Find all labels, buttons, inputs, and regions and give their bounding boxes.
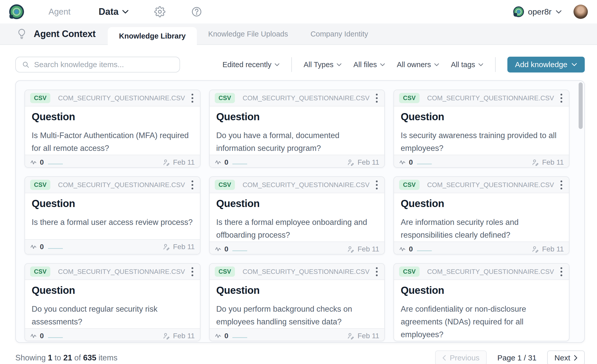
card-title: Question [401, 198, 562, 209]
card-menu-button[interactable] [559, 265, 564, 278]
card-date: Feb 11 [173, 332, 195, 340]
card-footer: 0 Feb 11 [210, 328, 385, 341]
file-type-badge: CSV [30, 180, 50, 190]
file-type-badge: CSV [215, 266, 235, 277]
user-edit-icon [347, 159, 354, 166]
chevron-down-icon [380, 63, 385, 66]
card-question-text: Is Multi-Factor Authentication (MFA) req… [32, 129, 193, 155]
card-menu-button[interactable] [190, 92, 195, 105]
lightbulb-icon [17, 28, 27, 40]
filter-files-dropdown[interactable]: All files [353, 60, 385, 69]
activity-icon [399, 159, 406, 166]
card-filename: COM_SECURITY_QUESTIONNAIRE.CSV [243, 181, 374, 189]
search-icon [22, 60, 29, 69]
card-question-text: Are confidentiality or non-disclosure ag… [401, 303, 562, 341]
user-edit-icon [162, 243, 170, 251]
usage-count: 0 [224, 158, 229, 166]
mini-sparkline [48, 245, 63, 249]
card-menu-button[interactable] [559, 92, 564, 105]
add-knowledge-button[interactable]: Add knowledge [507, 57, 585, 72]
usage-count: 0 [409, 158, 413, 166]
usage-count: 0 [40, 158, 44, 166]
card-question-text: Are information security roles and respo… [401, 216, 562, 241]
tab-knowledge-library[interactable]: Knowledge Library [108, 27, 197, 45]
knowledge-card[interactable]: CSV COM_SECURITY_QUESTIONNAIRE.CSV Quest… [209, 263, 385, 341]
card-title: Question [401, 111, 562, 123]
knowledge-card[interactable]: CSV COM_SECURITY_QUESTIONNAIRE.CSV Quest… [25, 263, 200, 341]
card-footer: 0 Feb 11 [394, 241, 569, 254]
search-input[interactable] [34, 60, 173, 69]
showing-summary: Showing 1 to 21 of 635 items [15, 353, 117, 362]
org-name: oper8r [528, 7, 552, 17]
usage-count: 0 [40, 243, 44, 251]
chevron-down-icon [571, 63, 577, 66]
card-date: Feb 11 [542, 158, 564, 166]
card-title: Question [401, 285, 562, 296]
card-question-text: Is there a formal employee onboarding an… [216, 216, 378, 241]
knowledge-card[interactable]: CSV COM_SECURITY_QUESTIONNAIRE.CSV Quest… [209, 176, 385, 254]
card-menu-button[interactable] [190, 265, 195, 278]
next-page-button[interactable]: Next [547, 350, 585, 364]
knowledge-card[interactable]: CSV COM_SECURITY_QUESTIONNAIRE.CSV Quest… [25, 90, 200, 168]
knowledge-card[interactable]: CSV COM_SECURITY_QUESTIONNAIRE.CSV Quest… [209, 90, 385, 168]
previous-page-button[interactable]: Previous [435, 350, 487, 364]
sort-dropdown[interactable]: Edited recently [222, 60, 280, 69]
knowledge-card[interactable]: CSV COM_SECURITY_QUESTIONNAIRE.CSV Quest… [393, 263, 569, 341]
knowledge-card-board: CSV COM_SECURITY_QUESTIONNAIRE.CSV Quest… [15, 80, 585, 343]
mini-sparkline [232, 247, 247, 251]
pagination: Previous Page 1 / 31 Next [435, 350, 585, 364]
chevron-down-icon [434, 63, 439, 66]
filter-tags-dropdown[interactable]: All tags [451, 60, 483, 69]
user-edit-icon [531, 159, 539, 166]
scrollbar-thumb[interactable] [579, 82, 583, 129]
app-logo-icon[interactable] [9, 4, 24, 19]
filter-types-dropdown[interactable]: All Types [304, 60, 342, 69]
card-body: Question Are confidentiality or non-disc… [394, 280, 569, 341]
usage-count: 0 [40, 332, 44, 340]
usage-count: 0 [409, 245, 413, 253]
card-grid: CSV COM_SECURITY_QUESTIONNAIRE.CSV Quest… [25, 90, 569, 341]
page-indicator: Page 1 / 31 [497, 354, 536, 362]
chevron-down-icon [478, 63, 483, 66]
card-body: Question Is security awareness training … [394, 106, 569, 155]
knowledge-card[interactable]: CSV COM_SECURITY_QUESTIONNAIRE.CSV Quest… [393, 90, 569, 168]
card-filename: COM_SECURITY_QUESTIONNAIRE.CSV [243, 94, 374, 102]
card-menu-button[interactable] [374, 178, 379, 191]
card-header: CSV COM_SECURITY_QUESTIONNAIRE.CSV [394, 90, 569, 106]
scrollbar-track[interactable] [579, 82, 583, 341]
card-filename: COM_SECURITY_QUESTIONNAIRE.CSV [427, 94, 559, 102]
tab-knowledge-file-uploads[interactable]: Knowledge File Uploads [197, 23, 299, 44]
filter-owners-dropdown[interactable]: All owners [397, 60, 439, 69]
showing-to: 21 [63, 353, 72, 362]
card-date: Feb 11 [357, 332, 379, 340]
search-box[interactable] [15, 57, 180, 72]
card-footer: 0 Feb 11 [25, 239, 200, 254]
knowledge-card[interactable]: CSV COM_SECURITY_QUESTIONNAIRE.CSV Quest… [25, 176, 200, 254]
nav-data-menu[interactable]: Data [99, 6, 129, 17]
knowledge-card[interactable]: CSV COM_SECURITY_QUESTIONNAIRE.CSV Quest… [393, 176, 569, 254]
showing-from: 1 [48, 353, 52, 362]
card-header: CSV COM_SECURITY_QUESTIONNAIRE.CSV [210, 90, 385, 106]
card-menu-button[interactable] [559, 178, 564, 191]
card-footer: 0 Feb 11 [210, 155, 385, 168]
card-question-text: Is there a formal user access review pro… [32, 216, 193, 229]
card-menu-button[interactable] [190, 178, 195, 191]
file-type-badge: CSV [30, 93, 50, 103]
help-button[interactable] [191, 6, 202, 17]
page-title: Agent Context [34, 29, 95, 39]
tab-company-identity[interactable]: Company Identity [299, 23, 379, 44]
chevron-down-icon [337, 63, 342, 66]
file-type-badge: CSV [399, 93, 419, 103]
org-switcher[interactable]: oper8r [513, 6, 562, 17]
showing-total: 635 [83, 353, 97, 362]
user-avatar[interactable] [574, 5, 588, 19]
chevron-left-icon [442, 355, 446, 361]
user-edit-icon [347, 245, 354, 253]
top-nav: Agent Data oper8r [0, 0, 597, 23]
card-filename: COM_SECURITY_QUESTIONNAIRE.CSV [427, 181, 559, 189]
card-menu-button[interactable] [374, 265, 379, 278]
card-question-text: Do you perform background checks on empl… [216, 303, 378, 328]
card-menu-button[interactable] [374, 92, 379, 105]
mini-sparkline [417, 160, 432, 164]
settings-button[interactable] [154, 6, 165, 17]
